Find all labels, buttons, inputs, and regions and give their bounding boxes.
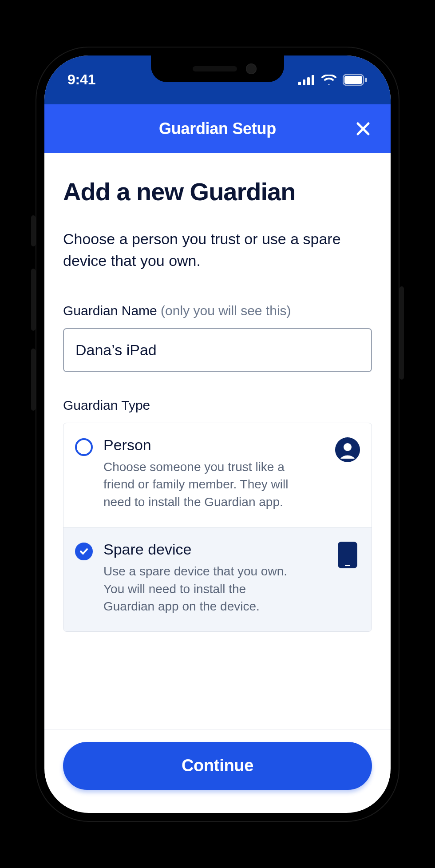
- option-person[interactable]: Person Choose someone you trust like a f…: [63, 423, 372, 527]
- header-title: Guardian Setup: [159, 119, 276, 138]
- option-title: Person: [103, 436, 324, 454]
- close-button[interactable]: [354, 120, 372, 138]
- close-icon: [356, 121, 371, 136]
- svg-rect-1: [303, 79, 305, 85]
- radio-checked-icon: [75, 543, 93, 560]
- svg-rect-5: [344, 76, 362, 84]
- screen: 9:41: [44, 55, 391, 813]
- guardian-name-hint: (only you will see this): [161, 303, 291, 318]
- svg-rect-0: [298, 82, 301, 85]
- page-heading: Add a new Guardian: [63, 178, 372, 206]
- header-bar: Guardian Setup: [44, 104, 391, 153]
- notch: [151, 55, 284, 82]
- speaker-grille: [193, 66, 237, 71]
- guardian-type-options: Person Choose someone you trust like a f…: [63, 423, 372, 632]
- svg-rect-6: [365, 78, 367, 82]
- option-title: Spare device: [103, 541, 324, 558]
- svg-rect-2: [307, 77, 310, 85]
- option-body: Spare device Use a spare device that you…: [103, 541, 324, 615]
- guardian-name-label: Guardian Name (only you will see this): [63, 303, 372, 318]
- svg-point-8: [344, 443, 352, 451]
- main-content: Add a new Guardian Choose a person you t…: [44, 153, 391, 729]
- footer: Continue: [44, 729, 391, 813]
- option-body: Person Choose someone you trust like a f…: [103, 436, 324, 511]
- guardian-name-input[interactable]: [63, 328, 372, 372]
- status-icons: [298, 74, 368, 86]
- guardian-name-label-text: Guardian Name: [63, 303, 161, 318]
- phone-frame: 9:41: [36, 47, 399, 822]
- power-btn: [399, 286, 404, 380]
- svg-rect-3: [312, 75, 314, 85]
- front-camera: [246, 63, 257, 74]
- radio-unchecked-icon: [75, 438, 93, 456]
- option-spare-device[interactable]: Spare device Use a spare device that you…: [63, 527, 372, 631]
- side-switch: [31, 215, 36, 246]
- battery-icon: [343, 74, 368, 86]
- option-desc: Choose someone you trust like a friend o…: [103, 458, 294, 511]
- status-time: 9:41: [67, 71, 95, 88]
- volume-down-btn: [31, 349, 36, 411]
- person-icon: [335, 437, 360, 462]
- svg-rect-10: [345, 565, 350, 566]
- svg-rect-9: [338, 542, 357, 568]
- continue-button[interactable]: Continue: [63, 742, 372, 790]
- device-icon: [335, 542, 360, 568]
- volume-up-btn: [31, 269, 36, 331]
- page-subtitle: Choose a person you trust or use a spare…: [63, 228, 372, 272]
- wifi-icon: [321, 75, 336, 85]
- cellular-signal-icon: [298, 75, 315, 85]
- option-desc: Use a spare device that you own. You wil…: [103, 563, 294, 615]
- guardian-type-label: Guardian Type: [63, 398, 372, 413]
